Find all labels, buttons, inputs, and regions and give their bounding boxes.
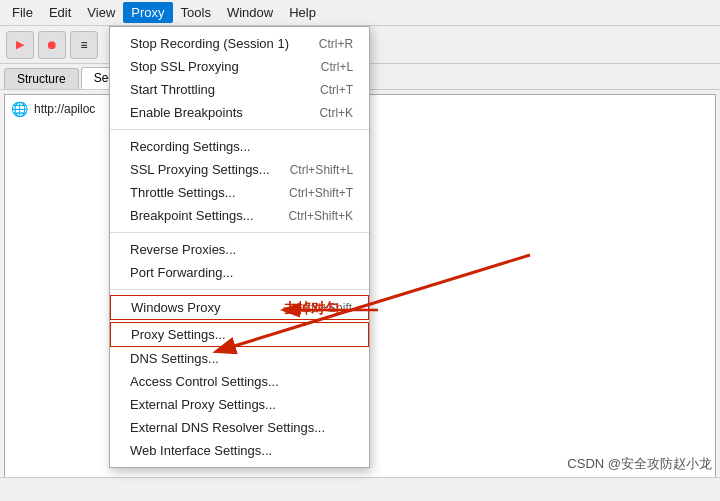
menu-edit[interactable]: Edit [41,2,79,23]
port-forwarding-label: Port Forwarding... [130,265,233,280]
toolbar-menu-btn[interactable]: ≡ [70,31,98,59]
menu-section-2: Recording Settings... SSL Proxying Setti… [110,133,369,229]
external-proxy-settings-label: External Proxy Settings... [130,397,276,412]
menu-icon: ≡ [80,38,87,52]
stop-ssl-shortcut: Ctrl+L [321,60,353,74]
proxy-settings-label: Proxy Settings... [131,327,226,342]
breakpoint-settings-label: Breakpoint Settings... [130,208,254,223]
menu-external-proxy-settings[interactable]: External Proxy Settings... [110,393,369,416]
enable-breakpoints-shortcut: Ctrl+K [319,106,353,120]
menu-access-control-settings[interactable]: Access Control Settings... [110,370,369,393]
menu-help[interactable]: Help [281,2,324,23]
menu-throttle-settings[interactable]: Throttle Settings... Ctrl+Shift+T [110,181,369,204]
menu-breakpoint-settings[interactable]: Breakpoint Settings... Ctrl+Shift+K [110,204,369,227]
menu-enable-breakpoints[interactable]: Enable Breakpoints Ctrl+K [110,101,369,124]
separator-3 [110,289,369,290]
menu-proxy[interactable]: Proxy [123,2,172,23]
separator-1 [110,129,369,130]
annotation-text: 去掉对勾 [283,300,339,318]
toolbar-play-btn[interactable]: ▶ [6,31,34,59]
stop-recording-shortcut: Ctrl+R [319,37,353,51]
proxy-dropdown-menu: Stop Recording (Session 1) Ctrl+R Stop S… [109,26,370,468]
stop-recording-label: Stop Recording (Session 1) [130,36,289,51]
separator-2 [110,232,369,233]
record-icon: ⏺ [46,38,58,52]
app-window: File Edit View Proxy Tools Window Help ▶… [0,0,720,501]
menu-section-4: Windows Proxy Ctrl+Shift Proxy Settings.… [110,293,369,464]
throttle-settings-label: Throttle Settings... [130,185,236,200]
menu-stop-recording[interactable]: Stop Recording (Session 1) Ctrl+R [110,32,369,55]
menu-window[interactable]: Window [219,2,281,23]
menu-section-1: Stop Recording (Session 1) Ctrl+R Stop S… [110,30,369,126]
globe-icon: 🌐 [11,101,28,117]
menu-dns-settings[interactable]: DNS Settings... [110,347,369,370]
menu-ssl-proxying-settings[interactable]: SSL Proxying Settings... Ctrl+Shift+L [110,158,369,181]
url-text: http://apiloc [34,102,95,116]
menu-file[interactable]: File [4,2,41,23]
menu-start-throttling[interactable]: Start Throttling Ctrl+T [110,78,369,101]
start-throttling-label: Start Throttling [130,82,215,97]
status-bar [0,477,720,501]
reverse-proxies-label: Reverse Proxies... [130,242,236,257]
start-throttling-shortcut: Ctrl+T [320,83,353,97]
ssl-proxying-settings-label: SSL Proxying Settings... [130,162,270,177]
menu-stop-ssl[interactable]: Stop SSL Proxying Ctrl+L [110,55,369,78]
throttle-settings-shortcut: Ctrl+Shift+T [289,186,353,200]
url-entry: 🌐 http://apiloc [9,99,97,119]
menu-web-interface-settings[interactable]: Web Interface Settings... [110,439,369,462]
windows-proxy-label: Windows Proxy [131,300,221,315]
recording-settings-label: Recording Settings... [130,139,251,154]
menu-bar: File Edit View Proxy Tools Window Help [0,0,720,26]
play-icon: ▶ [16,38,24,51]
menu-reverse-proxies[interactable]: Reverse Proxies... [110,238,369,261]
menu-section-3: Reverse Proxies... Port Forwarding... [110,236,369,286]
menu-proxy-settings[interactable]: Proxy Settings... [110,322,369,347]
watermark: CSDN @安全攻防赵小龙 [567,455,712,473]
breakpoint-settings-shortcut: Ctrl+Shift+K [288,209,353,223]
external-dns-settings-label: External DNS Resolver Settings... [130,420,325,435]
web-interface-settings-label: Web Interface Settings... [130,443,272,458]
menu-view[interactable]: View [79,2,123,23]
enable-breakpoints-label: Enable Breakpoints [130,105,243,120]
dns-settings-label: DNS Settings... [130,351,219,366]
menu-port-forwarding[interactable]: Port Forwarding... [110,261,369,284]
access-control-settings-label: Access Control Settings... [130,374,279,389]
menu-tools[interactable]: Tools [173,2,219,23]
ssl-proxying-settings-shortcut: Ctrl+Shift+L [290,163,353,177]
toolbar-record-btn[interactable]: ⏺ [38,31,66,59]
menu-recording-settings[interactable]: Recording Settings... [110,135,369,158]
menu-external-dns-settings[interactable]: External DNS Resolver Settings... [110,416,369,439]
stop-ssl-label: Stop SSL Proxying [130,59,239,74]
tab-structure[interactable]: Structure [4,68,79,89]
